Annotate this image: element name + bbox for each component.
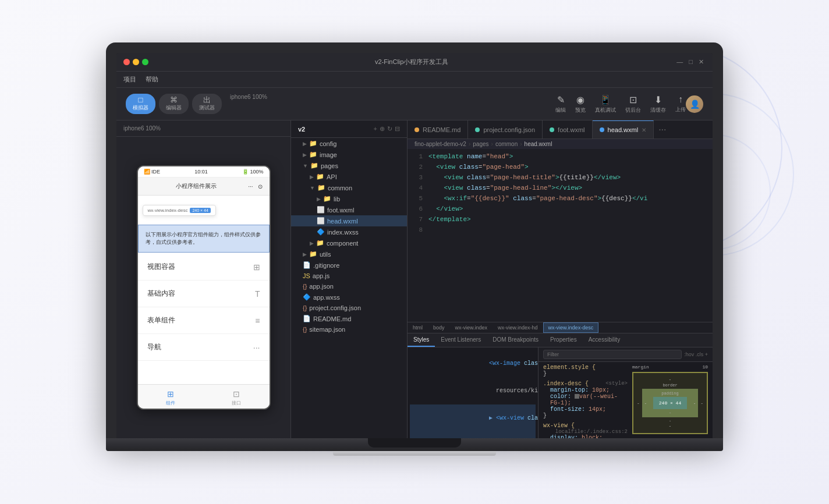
tab-project-config[interactable]: project.config.json	[468, 120, 543, 139]
win-close-icon[interactable]: ✕	[697, 58, 706, 66]
tree-item-foot-wxml[interactable]: ⬜ foot.wxml	[291, 204, 407, 215]
phone-tab-components[interactable]: ⊞ 组件	[166, 389, 175, 406]
tree-item-sitemap[interactable]: {} sitemap.json	[291, 324, 407, 335]
win-minimize-icon[interactable]: —	[675, 58, 685, 66]
collapse-icon[interactable]: ⊟	[395, 125, 400, 133]
html-line-1: <wx-image class="index-logo" src="../res…	[410, 350, 536, 377]
style-prop-font-size: font-size: 14px;	[543, 406, 628, 413]
tester-btn[interactable]: 出 测试器	[192, 94, 222, 114]
style-selector-row: .index-desc { <style>	[543, 381, 628, 387]
phone-nav-title: 小程序组件展示	[176, 182, 217, 190]
win-restore-icon[interactable]: □	[687, 58, 695, 66]
refresh-icon[interactable]: ↻	[387, 125, 392, 133]
tree-item-readme[interactable]: 📄 README.md	[291, 313, 407, 324]
style-filter-input[interactable]	[543, 350, 682, 359]
style-rules-list: element.style { }	[543, 364, 628, 436]
line-content-2: <view class="page-head">	[428, 162, 713, 172]
edit-action[interactable]: ✎ 编辑	[555, 94, 566, 114]
list-item-nav[interactable]: 导航 ···	[138, 334, 270, 361]
element-tab-body[interactable]: body	[428, 322, 450, 333]
tree-item-config[interactable]: ▶ 📁 config	[291, 138, 407, 149]
brace: }	[543, 413, 547, 419]
file-tree-title: v2	[298, 126, 305, 133]
background-action[interactable]: ⊡ 切后台	[625, 94, 641, 114]
tree-item-image[interactable]: ▶ 📁 image	[291, 149, 407, 160]
editor-btn[interactable]: ⌘ 编辑器	[159, 94, 189, 114]
html-line-3[interactable]: ▶ <wx-view class="index-desc">以下用展示小程序官方…	[410, 404, 536, 432]
list-item-basic-content[interactable]: 基础内容 T	[138, 281, 270, 307]
tab-properties[interactable]: Properties	[544, 333, 583, 347]
tab-readme[interactable]: README.md	[408, 120, 468, 139]
tree-label-api: API	[327, 173, 337, 180]
file-icon: 📄	[303, 315, 311, 322]
simulator-btn[interactable]: □ 模拟器	[126, 94, 155, 114]
tab-more-icon[interactable]: ···	[654, 125, 671, 135]
element-tab-html[interactable]: html	[408, 322, 428, 333]
tree-item-component[interactable]: ▶ 📁 component	[291, 237, 407, 249]
list-item-view-container[interactable]: 视图容器 ⊞	[138, 254, 270, 281]
tree-item-pages[interactable]: ▼ 📁 pages	[291, 160, 407, 171]
element-tab-desc[interactable]: wx-view.index-desc	[543, 322, 599, 333]
tree-item-lib[interactable]: ▶ 📁 lib	[291, 193, 407, 204]
tab-foot-wxml[interactable]: foot.wxml	[543, 120, 592, 139]
line-content-4: <view class="page-head-line"></view>	[428, 183, 713, 193]
clear-cache-action[interactable]: ⬇ 清缓存	[650, 94, 666, 114]
phone-nav-actions: ··· ⊙	[248, 183, 262, 190]
html-indicator: ▶	[489, 415, 493, 421]
avatar-image: 👤	[686, 95, 703, 113]
devtools-styles-panel: :hov .cls + element.style {	[538, 347, 713, 438]
line-content-8	[428, 225, 713, 235]
tree-item-api[interactable]: ▶ 📁 API	[291, 171, 407, 182]
breadcrumb-root: fino-applet-demo-v2	[414, 141, 466, 147]
tree-item-app-json[interactable]: {} app.json	[291, 281, 407, 292]
tab-close-icon[interactable]: ✕	[642, 127, 646, 133]
line-num-7: 7	[408, 214, 428, 225]
element-tab-index[interactable]: wx-view.index	[450, 322, 493, 333]
tab-styles[interactable]: Styles	[408, 333, 435, 347]
phone-nav-home[interactable]: ⊙	[258, 183, 263, 190]
menu-item-project[interactable]: 项目	[123, 75, 136, 84]
close-button[interactable]	[123, 59, 130, 65]
new-folder-icon[interactable]: ⊕	[380, 125, 385, 133]
device-debug-icon: 📱	[600, 94, 611, 105]
tab-icon-head	[600, 127, 604, 132]
style-rule-element: element.style { }	[543, 364, 628, 377]
file-tree-header: v2 + ⊕ ↻ ⊟	[291, 120, 407, 138]
user-avatar[interactable]: 👤	[686, 95, 703, 113]
list-item-form[interactable]: 表单组件 ≡	[138, 307, 270, 334]
tree-item-utils[interactable]: ▶ 📁 utils	[291, 249, 407, 260]
tree-item-common[interactable]: ▼ 📁 common	[291, 182, 407, 193]
padding-row: - 240 × 44 -	[644, 397, 696, 409]
minimize-button[interactable]	[133, 59, 139, 65]
device-debug-action[interactable]: 📱 真机调试	[595, 94, 616, 114]
tree-item-project-config[interactable]: {} project.config.json	[291, 303, 407, 313]
source-ref-2: localfile:/.index.css:2	[555, 429, 628, 435]
new-file-icon[interactable]: +	[374, 125, 377, 133]
phone-tab-api[interactable]: ⊡ 接口	[232, 389, 241, 406]
tab-head-wxml[interactable]: head.wxml ✕	[593, 120, 654, 139]
padding-box: padding - 240 × 44 -	[642, 389, 698, 417]
list-icon-nav: ···	[253, 343, 260, 352]
tab-dom-breakpoints[interactable]: DOM Breakpoints	[487, 333, 544, 347]
breadcrumb: fino-applet-demo-v2 › pages › common › h…	[408, 139, 713, 149]
tab-event-listeners[interactable]: Event Listeners	[435, 333, 487, 347]
tree-item-index-wxss[interactable]: 🔷 index.wxss	[291, 226, 407, 237]
phone-nav-more[interactable]: ···	[248, 183, 253, 190]
battery-info: 🔋 100%	[242, 169, 264, 175]
preview-action[interactable]: ◉ 预览	[575, 94, 586, 114]
editor-area: README.md project.config.json foot.wxml	[408, 120, 713, 438]
tree-item-head-wxml[interactable]: ⬜ head.wxml	[291, 215, 407, 226]
tab-accessibility[interactable]: Accessibility	[583, 333, 626, 347]
element-tab-hd[interactable]: wx-view.index-hd	[493, 322, 543, 333]
tree-item-app-js[interactable]: JS app.js	[291, 271, 407, 281]
maximize-button[interactable]	[142, 59, 148, 65]
folder-icon: 📁	[323, 195, 331, 203]
devtools-panel: html body wx-view.index wx-view.index-hd…	[408, 322, 713, 438]
upload-action[interactable]: ↑ 上传	[675, 94, 686, 114]
code-editor[interactable]: 1 <template name="head"> 2 <view class="…	[408, 149, 713, 322]
tree-item-gitignore[interactable]: 📄 .gitignore	[291, 260, 407, 271]
menu-item-help[interactable]: 帮助	[146, 75, 158, 84]
style-closing-2: }	[543, 413, 628, 419]
style-filter-hint: :hov .cls +	[684, 352, 708, 357]
tree-item-app-wxss[interactable]: 🔷 app.wxss	[291, 292, 407, 303]
